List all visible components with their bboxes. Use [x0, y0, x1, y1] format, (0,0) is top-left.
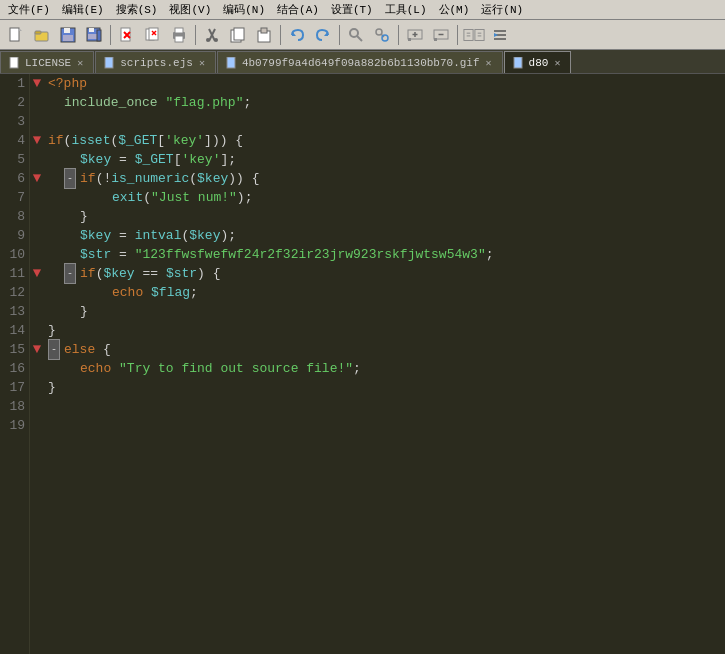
- code-line-4: if(isset($_GET['key'])) {: [44, 131, 725, 150]
- menu-combine[interactable]: 结合(A): [271, 1, 325, 18]
- save-all-btn[interactable]: [82, 23, 106, 47]
- tab-scripts[interactable]: scripts.ejs ✕: [95, 51, 216, 73]
- tab-close-scripts[interactable]: ✕: [197, 57, 207, 69]
- svg-rect-56: [514, 57, 522, 68]
- svg-marker-52: [494, 33, 498, 37]
- gutter-1[interactable]: ▼: [30, 74, 44, 93]
- svg-point-35: [382, 35, 388, 41]
- code-line-10: $str = "123ffwsfwefwf24r2f32ir23jrw923rs…: [44, 245, 725, 264]
- zoom-out-btn[interactable]: [429, 23, 453, 47]
- menu-search[interactable]: 搜索(S): [110, 1, 164, 18]
- svg-rect-26: [234, 28, 244, 40]
- gutter-9: [30, 226, 44, 245]
- tab-gif[interactable]: 4b0799f9a4d649f09a882b6b1130bb70.gif ✕: [217, 51, 503, 73]
- menu-run[interactable]: 运行(N): [475, 1, 529, 18]
- tab-close-d80[interactable]: ✕: [552, 57, 562, 69]
- svg-rect-53: [10, 57, 18, 68]
- svg-rect-9: [88, 34, 97, 39]
- code-editor[interactable]: <?php include_once "flag.php"; if(isset(…: [44, 74, 725, 654]
- tab-label-d80: d80: [529, 57, 549, 69]
- gutter-7: [30, 188, 44, 207]
- save-file-btn[interactable]: [56, 23, 80, 47]
- undo-btn[interactable]: [285, 23, 309, 47]
- gutter-12: [30, 283, 44, 302]
- tab-icon-gif: [226, 57, 238, 69]
- menu-file[interactable]: 文件(F): [2, 1, 56, 18]
- svg-rect-0: [10, 28, 19, 41]
- menu-tools[interactable]: 工具(L): [379, 1, 433, 18]
- code-line-19: [44, 416, 725, 435]
- zoom-in-btn[interactable]: [403, 23, 427, 47]
- svg-rect-5: [64, 28, 70, 33]
- code-line-9: $key = intval($key);: [44, 226, 725, 245]
- code-line-3: [44, 112, 725, 131]
- sep6: [457, 25, 458, 45]
- gutter-17: [30, 378, 44, 397]
- svg-rect-37: [408, 38, 411, 41]
- code-line-14: }: [44, 321, 725, 340]
- gutter-11[interactable]: ▼: [30, 264, 44, 283]
- menu-settings[interactable]: 设置(T): [325, 1, 379, 18]
- sync-scroll-btn[interactable]: [462, 23, 486, 47]
- gutter-18: [30, 397, 44, 416]
- tab-icon-scripts: [104, 57, 116, 69]
- code-line-15: -else {: [44, 340, 725, 359]
- tabbar: LICENSE ✕ scripts.ejs ✕ 4b0799f9a4d649f0…: [0, 50, 725, 74]
- menu-edit[interactable]: 编辑(E): [56, 1, 110, 18]
- code-line-13: }: [44, 302, 725, 321]
- gutter-16: [30, 359, 44, 378]
- redo-btn[interactable]: [311, 23, 335, 47]
- gutter-8: [30, 207, 44, 226]
- svg-rect-20: [175, 36, 183, 42]
- line-numbers: 1 2 3 4 5 6 7 8 9 10 11 12 13 14 15 16 1…: [0, 74, 30, 654]
- tab-close-license[interactable]: ✕: [75, 57, 85, 69]
- svg-rect-28: [261, 28, 267, 33]
- svg-rect-44: [475, 29, 484, 40]
- sep3: [280, 25, 281, 45]
- svg-rect-6: [63, 35, 73, 41]
- svg-point-24: [214, 38, 218, 42]
- menu-encode[interactable]: 编码(N): [217, 1, 271, 18]
- sep1: [110, 25, 111, 45]
- tab-license[interactable]: LICENSE ✕: [0, 51, 94, 73]
- menu-view[interactable]: 视图(V): [163, 1, 217, 18]
- tab-icon-license: [9, 57, 21, 69]
- new-file-btn[interactable]: [4, 23, 28, 47]
- open-file-btn[interactable]: [30, 23, 54, 47]
- tab-label-gif: 4b0799f9a4d649f09a882b6b1130bb70.gif: [242, 57, 480, 69]
- menubar: 文件(F) 编辑(E) 搜索(S) 视图(V) 编码(N) 结合(A) 设置(T…: [0, 0, 725, 20]
- svg-rect-3: [35, 31, 41, 34]
- code-line-5: $key = $_GET['key'];: [44, 150, 725, 169]
- copy-btn[interactable]: [226, 23, 250, 47]
- gutter-4[interactable]: ▼: [30, 131, 44, 150]
- gutter-2: [30, 93, 44, 112]
- svg-marker-1: [19, 28, 22, 31]
- code-line-17: }: [44, 378, 725, 397]
- svg-line-32: [357, 36, 362, 41]
- gutter-10: [30, 245, 44, 264]
- cut-btn[interactable]: [200, 23, 224, 47]
- replace-btn[interactable]: [370, 23, 394, 47]
- code-line-11: -if($key == $str) {: [44, 264, 725, 283]
- gutter-15[interactable]: ▼: [30, 340, 44, 359]
- code-line-2: include_once "flag.php";: [44, 93, 725, 112]
- code-gutter: ▼ ▼ ▼ ▼ ▼: [30, 74, 44, 654]
- svg-rect-10: [97, 30, 101, 41]
- paste-btn[interactable]: [252, 23, 276, 47]
- svg-rect-41: [434, 38, 437, 41]
- code-line-16: echo "Try to find out source file!";: [44, 359, 725, 378]
- gutter-6[interactable]: ▼: [30, 169, 44, 188]
- svg-rect-43: [464, 29, 473, 40]
- indent-btn[interactable]: [488, 23, 512, 47]
- svg-rect-54: [105, 57, 113, 68]
- tab-close-gif[interactable]: ✕: [484, 57, 494, 69]
- code-container: 1 2 3 4 5 6 7 8 9 10 11 12 13 14 15 16 1…: [0, 74, 725, 654]
- svg-rect-8: [89, 28, 94, 32]
- close-btn[interactable]: [115, 23, 139, 47]
- print-btn[interactable]: [167, 23, 191, 47]
- menu-public[interactable]: 公(M): [433, 1, 476, 18]
- find-btn[interactable]: [344, 23, 368, 47]
- tab-label-scripts: scripts.ejs: [120, 57, 193, 69]
- tab-d80[interactable]: d80 ✕: [504, 51, 572, 73]
- close-all-btn[interactable]: [141, 23, 165, 47]
